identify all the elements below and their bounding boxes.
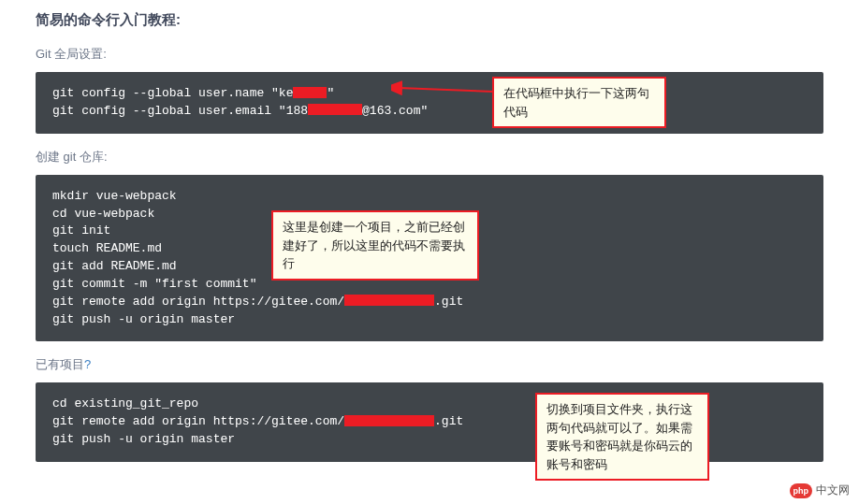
redacted-text [344,295,434,306]
watermark-logo: php [790,483,813,498]
callout-switch-folder: 切换到项目文件夹，执行这两句代码就可以了。如果需要账号和密码就是你码云的账号和密… [535,393,709,481]
section-create-repo-label: 创建 git 仓库: [36,149,823,166]
code-line: git remote add origin https://gitee.com/ [52,295,344,309]
section-existing-project-label: 已有项目? [36,356,823,373]
code-line: " [327,86,334,100]
code-line: git commit -m "first commit" [52,277,256,291]
callout-execute-two-lines: 在代码框中执行一下这两句代码 [492,77,666,128]
code-line: git config --global user.email "188 [52,104,308,118]
code-line: .git [434,414,463,428]
page-title: 简易的命令行入门教程: [36,11,823,29]
code-line: mkdir vue-webpack [52,189,177,203]
section-git-global-label: Git 全局设置: [36,46,823,63]
code-line: cd vue-webpack [52,207,154,221]
redacted-text [308,104,362,115]
redacted-text [344,415,434,426]
code-line: git config --global user.name "ke [52,86,293,100]
watermark: php 中文网 [790,482,851,498]
code-line: .git [434,295,463,309]
question-mark-link[interactable]: ? [84,357,91,371]
redacted-text [293,87,327,98]
arrow-icon [391,77,503,105]
svg-line-1 [399,88,494,92]
code-line: touch README.md [52,241,162,255]
code-line: git add README.md [52,259,177,273]
watermark-text: 中文网 [816,482,850,498]
code-line: git push -u origin master [52,312,235,326]
code-line: git push -u origin master [52,432,235,446]
code-line: git remote add origin https://gitee.com/ [52,414,344,428]
code-line: cd existing_git_repo [52,396,198,410]
callout-create-project: 这里是创建一个项目，之前已经创建好了，所以这里的代码不需要执行 [271,210,479,281]
code-line: @163.com" [362,104,428,118]
code-line: git init [52,223,110,238]
